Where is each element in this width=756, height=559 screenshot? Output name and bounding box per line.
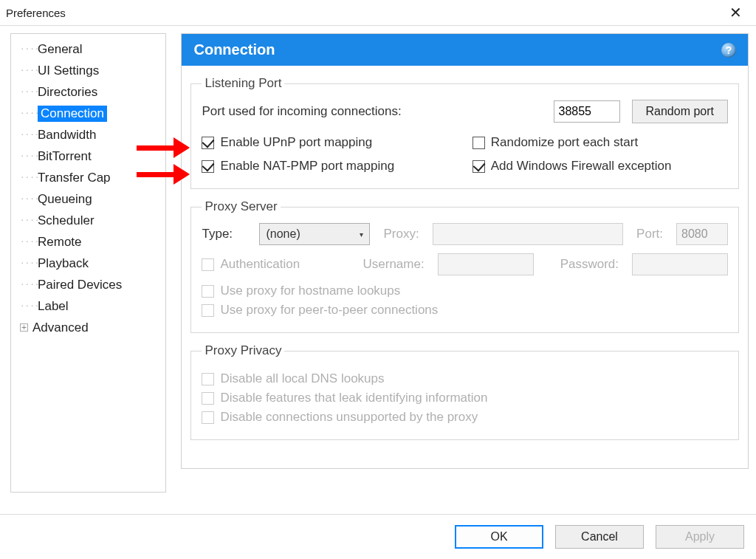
sidebar-item-scheduler[interactable]: ····Scheduler bbox=[14, 210, 162, 231]
checkbox-icon bbox=[202, 258, 214, 271]
listening-port-legend: Listening Port bbox=[202, 76, 284, 91]
sidebar-item-ui-settings[interactable]: ····UI Settings bbox=[14, 60, 162, 81]
randomize-port-checkbox[interactable]: Randomize port each start bbox=[472, 135, 728, 150]
proxy-privacy-group: Proxy Privacy Disable all local DNS look… bbox=[190, 343, 739, 440]
checkbox-icon bbox=[202, 137, 214, 149]
proxy-port-input bbox=[676, 223, 728, 245]
apply-button: Apply bbox=[656, 525, 744, 549]
footer-separator bbox=[0, 514, 756, 515]
chevron-down-icon: ▾ bbox=[360, 230, 363, 239]
panel-header: Connection ? bbox=[181, 33, 749, 66]
proxy-hostname-checkbox: Use proxy for hostname lookups bbox=[202, 284, 728, 298]
listening-port-group: Listening Port Port used for incoming co… bbox=[190, 76, 739, 189]
proxy-type-select[interactable]: (none)▾ bbox=[259, 223, 370, 245]
natpmp-checkbox[interactable]: Enable NAT-PMP port mapping bbox=[202, 159, 457, 174]
port-input[interactable] bbox=[554, 100, 620, 123]
checkbox-icon bbox=[202, 285, 214, 298]
proxy-host-input bbox=[433, 223, 623, 245]
ok-button[interactable]: OK bbox=[455, 525, 543, 549]
sidebar-item-connection[interactable]: ····Connection bbox=[14, 103, 162, 124]
proxy-pass-label: Password: bbox=[560, 257, 619, 272]
sidebar-item-label[interactable]: ····Label bbox=[14, 295, 162, 317]
sidebar-item-queueing[interactable]: ····Queueing bbox=[14, 188, 162, 210]
checkbox-icon bbox=[472, 160, 485, 173]
proxy-server-group: Proxy Server Type: (none)▾ Proxy: Port: … bbox=[190, 199, 739, 333]
sidebar-item-general[interactable]: ····General bbox=[14, 38, 162, 60]
main-panel: Connection ? Listening Port Port used fo… bbox=[166, 33, 749, 509]
checkbox-icon bbox=[472, 137, 485, 149]
port-label: Port used for incoming connections: bbox=[202, 104, 401, 119]
proxy-host-label: Proxy: bbox=[383, 227, 419, 241]
checkbox-icon bbox=[202, 160, 214, 173]
sidebar-item-remote[interactable]: ····Remote bbox=[14, 231, 162, 253]
proxy-auth-checkbox: Authentication bbox=[202, 257, 349, 272]
sidebar-item-paired-devices[interactable]: ····Paired Devices bbox=[14, 274, 162, 295]
checkbox-icon bbox=[202, 411, 214, 424]
panel-title: Connection bbox=[193, 41, 275, 58]
proxy-type-label: Type: bbox=[202, 227, 246, 241]
titlebar: Preferences ✕ bbox=[0, 0, 756, 25]
sidebar-item-bittorrent[interactable]: ····BitTorrent bbox=[14, 145, 162, 167]
privacy-dns-checkbox: Disable all local DNS lookups bbox=[202, 371, 728, 386]
sidebar-item-bandwidth[interactable]: ····Bandwidth bbox=[14, 124, 162, 145]
privacy-unsupported-checkbox: Disable connections unsupported by the p… bbox=[202, 410, 728, 425]
checkbox-icon bbox=[202, 392, 214, 405]
help-icon[interactable]: ? bbox=[721, 43, 736, 58]
firewall-checkbox[interactable]: Add Windows Firewall exception bbox=[472, 159, 728, 174]
proxy-server-legend: Proxy Server bbox=[202, 199, 280, 214]
sidebar-item-advanced[interactable]: +Advanced bbox=[14, 317, 162, 338]
privacy-leak-checkbox: Disable features that leak identifying i… bbox=[202, 391, 728, 405]
cancel-button[interactable]: Cancel bbox=[555, 525, 644, 549]
proxy-user-label: Username: bbox=[362, 257, 424, 272]
window-title: Preferences bbox=[6, 7, 66, 19]
sidebar-item-directories[interactable]: ····Directories bbox=[14, 81, 162, 103]
proxy-p2p-checkbox: Use proxy for peer-to-peer connections bbox=[202, 303, 728, 318]
checkbox-icon bbox=[202, 304, 214, 317]
sidebar-item-transfer-cap[interactable]: ····Transfer Cap bbox=[14, 167, 162, 188]
upnp-checkbox[interactable]: Enable UPnP port mapping bbox=[202, 135, 457, 150]
checkbox-icon bbox=[202, 373, 214, 385]
title-separator bbox=[0, 25, 756, 26]
expand-icon[interactable]: + bbox=[20, 323, 28, 332]
dialog-footer: OK Cancel Apply bbox=[455, 525, 744, 549]
proxy-pass-input bbox=[632, 253, 728, 275]
proxy-port-label: Port: bbox=[636, 227, 663, 241]
proxy-privacy-legend: Proxy Privacy bbox=[202, 343, 284, 358]
sidebar: ····General ····UI Settings ····Director… bbox=[10, 33, 166, 493]
random-port-button[interactable]: Random port bbox=[632, 100, 729, 123]
close-icon[interactable]: ✕ bbox=[721, 4, 750, 21]
sidebar-item-playback[interactable]: ····Playback bbox=[14, 253, 162, 274]
proxy-user-input bbox=[438, 253, 534, 275]
